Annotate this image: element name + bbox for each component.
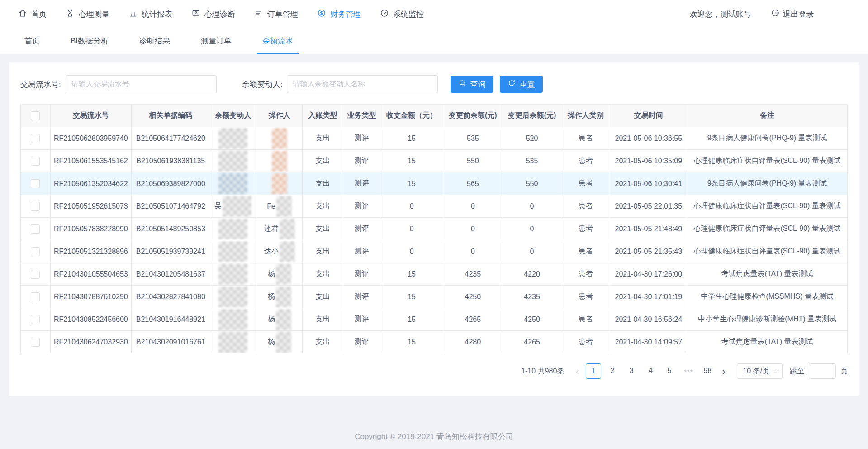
cell-amount: 15 [380, 286, 443, 308]
monitor-gauge-icon [380, 9, 389, 20]
table-row[interactable]: RF2105061352034622B2105069389827000支出测评1… [21, 172, 848, 195]
table-row[interactable]: RF2105061553545162B2105061938381135支出测评1… [21, 150, 848, 172]
row-checkbox[interactable] [31, 179, 40, 188]
table-row[interactable]: RF2105057838228990B2105051489250853还君支出测… [21, 218, 848, 240]
jump-page-input[interactable] [809, 363, 836, 379]
chevron-down-icon [774, 368, 779, 373]
select-all-checkbox[interactable] [31, 111, 40, 120]
censored-block [272, 173, 287, 194]
prev-page-chevron-icon[interactable]: ‹ [570, 363, 584, 379]
tab-measure-order[interactable]: 测量订单 [185, 28, 247, 54]
tab-balance-flow[interactable]: 余额流水 [247, 28, 308, 54]
table-header-row: 交易流水号 相关单据编码 余额变动人 操作人 入账类型 业务类型 收支金额（元）… [21, 105, 848, 127]
table-row[interactable]: RF2104307887610290B2104302827841080杨支出测评… [21, 286, 848, 308]
cell-amount: 15 [380, 308, 443, 331]
censored-block [276, 287, 291, 307]
tab-label: 诊断结果 [139, 36, 170, 46]
cell-txn-no: RF2105061553545162 [50, 150, 131, 172]
cell-role: 患者 [561, 127, 610, 150]
col-changer: 余额变动人 [210, 105, 256, 127]
cell-time: 2021-05-05 21:35:43 [610, 240, 687, 263]
page-number-2[interactable]: 2 [605, 363, 620, 379]
row-checkbox[interactable] [31, 134, 40, 143]
logout-button[interactable]: 退出登录 [771, 9, 814, 19]
nav-item-stat-report[interactable]: 统计报表 [128, 9, 172, 20]
row-checkbox-cell [21, 218, 51, 240]
cell-operator: Fe [256, 195, 302, 218]
cell-note: 9条目病人健康问卷(PHQ-9) 量表测试 [687, 127, 848, 150]
cell-biz-type: 测评 [343, 308, 380, 331]
cell-before-balance: 565 [443, 172, 503, 195]
cell-after-balance: 520 [503, 127, 561, 150]
tab-home[interactable]: 首页 [9, 28, 55, 54]
cell-after-balance: 4235 [503, 286, 561, 308]
cell-operator: 达小 [256, 240, 302, 263]
cell-role: 患者 [561, 172, 610, 195]
row-checkbox[interactable] [31, 338, 40, 347]
logout-icon [771, 9, 780, 19]
page-number-98[interactable]: 98 [700, 363, 715, 379]
cell-txn-no: RF2105061352034622 [50, 172, 131, 195]
cell-changer [210, 331, 256, 353]
row-checkbox-cell [21, 127, 51, 150]
table-row[interactable]: RF2104306247032930B2104302091016761杨支出测评… [21, 331, 848, 353]
nav-item-finance-mgmt[interactable]: 财务管理 [317, 9, 361, 20]
nav-item-home[interactable]: 首页 [18, 9, 47, 20]
cell-operator [256, 150, 302, 172]
changer-input[interactable] [287, 75, 438, 93]
page-number-5[interactable]: 5 [662, 363, 677, 379]
tab-label: 余额流水 [262, 36, 293, 46]
nav-item-order-mgmt[interactable]: 订单管理 [254, 9, 298, 20]
row-checkbox-cell [21, 286, 51, 308]
table-row[interactable]: RF2104301055504653B2104301205481637杨支出测评… [21, 263, 848, 286]
table-row[interactable]: RF2105051952615073B2105051071464792吴Fe支出… [21, 195, 848, 218]
censored-block [218, 287, 247, 307]
cell-operator [256, 127, 302, 150]
row-checkbox[interactable] [31, 292, 40, 301]
tab-bi-analysis[interactable]: BI数据分析 [55, 28, 124, 54]
nav-item-system-monitor[interactable]: 系统监控 [380, 9, 424, 20]
operator-fragment: Fe [267, 202, 275, 210]
col-before: 变更前余额(元) [443, 105, 503, 127]
page-size-select[interactable]: 10 条/页 [737, 363, 783, 379]
row-checkbox[interactable] [31, 270, 40, 279]
row-checkbox[interactable] [31, 224, 40, 234]
cell-role: 患者 [561, 218, 610, 240]
table-row[interactable]: RF2104308522456600B2104301916448921杨支出测评… [21, 308, 848, 331]
page-size-value: 10 条/页 [743, 367, 769, 376]
finance-dollar-icon [317, 9, 326, 20]
cell-after-balance: 0 [503, 240, 561, 263]
reset-button[interactable]: 重置 [500, 76, 543, 93]
cell-note: 心理健康临床症状自评量表(SCL-90) 量表测试 [687, 195, 848, 218]
table-row[interactable]: RF2105062803959740B2105064177424620支出测评1… [21, 127, 848, 150]
search-button[interactable]: 查询 [451, 76, 493, 93]
cell-time: 2021-05-06 10:36:55 [610, 127, 687, 150]
txn-no-input[interactable] [66, 75, 217, 93]
pagination: 1-10 共980条 ‹ 12345•••98 › 10 条/页 跳至 页 [20, 363, 848, 379]
row-checkbox[interactable] [31, 247, 40, 256]
cell-before-balance: 4280 [443, 331, 503, 353]
censored-block [218, 241, 247, 262]
page-number-1[interactable]: 1 [586, 363, 601, 379]
censored-block [280, 241, 295, 262]
tab-label: BI数据分析 [71, 36, 109, 46]
row-checkbox[interactable] [31, 157, 40, 166]
next-page-chevron-icon[interactable]: › [717, 363, 730, 379]
cell-time: 2021-05-06 10:30:41 [610, 172, 687, 195]
cell-after-balance: 0 [503, 218, 561, 240]
cell-role: 患者 [561, 150, 610, 172]
page-number-3[interactable]: 3 [624, 363, 639, 379]
cell-txn-no: RF2105062803959740 [50, 127, 131, 150]
row-checkbox[interactable] [31, 202, 40, 211]
col-operator: 操作人 [256, 105, 302, 127]
table-row[interactable]: RF2105051321328896B2105051939739241达小支出测… [21, 240, 848, 263]
cell-biz-type: 测评 [343, 286, 380, 308]
nav-item-psych-measure[interactable]: 心理测量 [66, 9, 109, 20]
nav-item-psych-diagnosis[interactable]: 心理诊断 [191, 9, 235, 20]
row-checkbox-cell [21, 150, 51, 172]
tab-diagnosis-result[interactable]: 诊断结果 [124, 28, 185, 54]
cell-note: 考试焦虑量表(TAT) 量表测试 [687, 331, 848, 353]
cell-after-balance: 0 [503, 195, 561, 218]
page-number-4[interactable]: 4 [643, 363, 658, 379]
row-checkbox[interactable] [31, 315, 40, 324]
